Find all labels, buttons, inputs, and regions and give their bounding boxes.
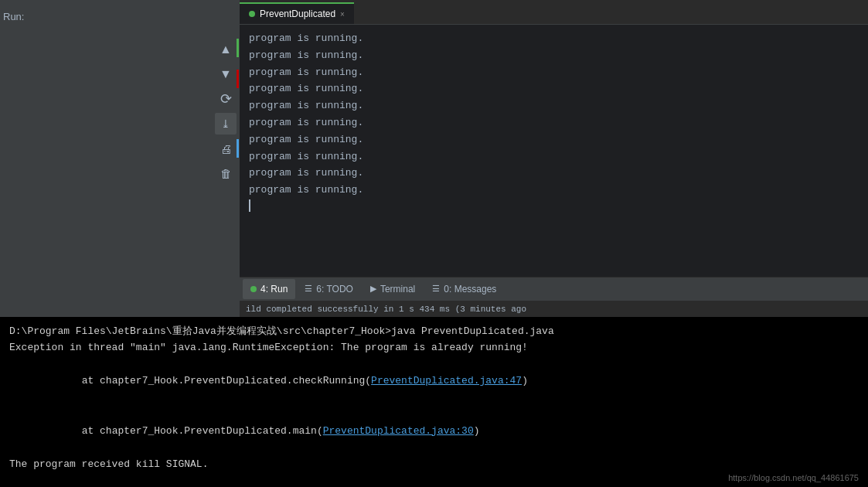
run-label: Run: xyxy=(3,11,24,22)
console-tab-bar: PreventDuplicated × xyxy=(240,0,868,25)
console-line-5: program is running. xyxy=(249,98,859,114)
prevent-duplicated-tab[interactable]: PreventDuplicated × xyxy=(240,2,354,24)
run-tab-label: 4: Run xyxy=(260,284,288,295)
console-line-2: program is running. xyxy=(249,48,859,64)
print-button[interactable]: 🖨 xyxy=(215,138,237,159)
stack-line-1-prefix: at chapter7_Hook.PreventDuplicated.check… xyxy=(33,375,371,387)
trash-icon: 🗑 xyxy=(220,167,232,180)
build-status-text: ild completed successfully in 1 s 434 ms… xyxy=(246,305,526,314)
console-line-9: program is running. xyxy=(249,165,859,182)
trash-button[interactable]: 🗑 xyxy=(215,162,237,184)
terminal-icon: ▶ xyxy=(370,284,376,294)
tab-todo[interactable]: ☰ 6: TODO xyxy=(297,279,361,299)
terminal-tab-label: Terminal xyxy=(380,284,415,295)
messages-icon: ☰ xyxy=(432,284,440,294)
tab-run[interactable]: 4: Run xyxy=(243,279,295,299)
build-status-bar: ild completed successfully in 1 s 434 ms… xyxy=(240,300,868,317)
arrow-up-button[interactable]: ▲ xyxy=(215,39,237,60)
stack-link-2[interactable]: PreventDuplicated.java:30 xyxy=(323,425,474,437)
sidebar: Run: ▲ ▼ ⟳ ⤓ 🖨 🗑 xyxy=(0,0,240,317)
stack-link-1[interactable]: PreventDuplicated.java:47 xyxy=(371,375,522,387)
cursor-line xyxy=(249,199,859,212)
terminal-area: D:\Program Files\JetBrains\重拾Java并发编程实战\… xyxy=(0,317,868,487)
terminal-stack-line-1: at chapter7_Hook.PreventDuplicated.check… xyxy=(9,356,859,406)
rerun-button[interactable]: ⟳ xyxy=(215,88,237,110)
red-accent xyxy=(237,70,239,88)
tab-messages[interactable]: ☰ 0: Messages xyxy=(424,279,504,299)
stack-line-2-suffix: ) xyxy=(474,425,480,437)
arrow-down-icon: ▼ xyxy=(220,67,232,81)
console-line-7: program is running. xyxy=(249,132,859,148)
console-line-3: program is running. xyxy=(249,65,859,81)
tab-terminal[interactable]: ▶ Terminal xyxy=(363,279,423,299)
stack-line-1-suffix: ) xyxy=(522,375,528,387)
terminal-exception-line: Exception in thread "main" java.lang.Run… xyxy=(9,339,859,356)
terminal-command-line: D:\Program Files\JetBrains\重拾Java并发编程实战\… xyxy=(9,323,859,339)
tab-close-button[interactable]: × xyxy=(340,10,345,19)
green-accent xyxy=(237,39,239,57)
arrow-down-button[interactable]: ▼ xyxy=(215,63,237,85)
tab-label: PreventDuplicated xyxy=(260,9,335,19)
terminal-stack-line-2: at chapter7_Hook.PreventDuplicated.main(… xyxy=(9,406,859,455)
run-dot xyxy=(250,286,257,292)
tab-green-dot xyxy=(249,11,255,17)
messages-tab-label: 0: Messages xyxy=(444,284,496,295)
todo-icon: ☰ xyxy=(305,284,312,294)
terminal-kill-line: The program received kill SIGNAL. xyxy=(9,456,859,472)
bottom-tabs-bar: 4: Run ☰ 6: TODO ▶ Terminal ☰ 0: Message… xyxy=(240,277,868,300)
blue-accent xyxy=(237,139,239,158)
console-line-8: program is running. xyxy=(249,149,859,165)
scroll-end-button[interactable]: ⤓ xyxy=(215,113,237,135)
stack-line-2-prefix: at chapter7_Hook.PreventDuplicated.main( xyxy=(33,425,322,437)
cursor-block xyxy=(249,199,250,212)
scroll-end-icon: ⤓ xyxy=(221,117,230,130)
console-output: program is running. program is running. … xyxy=(240,25,868,277)
rerun-icon: ⟳ xyxy=(220,90,232,107)
watermark: https://blog.csdn.net/qq_44861675 xyxy=(728,473,859,482)
arrow-up-icon: ▲ xyxy=(220,43,232,56)
console-line-10: program is running. xyxy=(249,182,859,199)
todo-tab-label: 6: TODO xyxy=(316,284,353,295)
console-line-6: program is running. xyxy=(249,115,859,131)
console-panel: PreventDuplicated × program is running. … xyxy=(240,0,868,317)
print-icon: 🖨 xyxy=(220,142,232,155)
console-line-4: program is running. xyxy=(249,81,859,97)
console-line-1: program is running. xyxy=(249,31,859,47)
